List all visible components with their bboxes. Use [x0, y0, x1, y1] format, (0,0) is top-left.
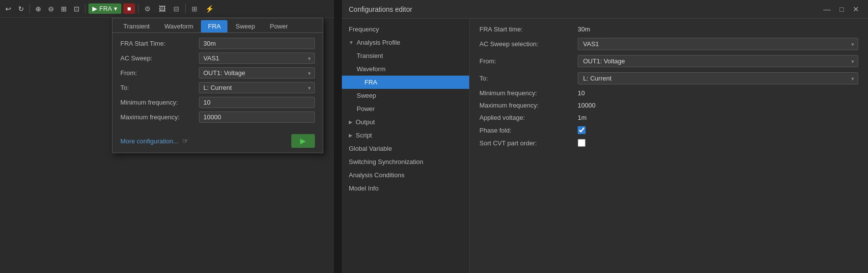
cfg-ac-sweep-label: AC Sweep selection:: [479, 40, 578, 48]
image-button[interactable]: 🖼: [156, 3, 168, 14]
from-select[interactable]: OUT1: Voltage: [199, 67, 315, 79]
tree-item-transient[interactable]: Transient: [342, 49, 469, 62]
collapse-arrow-icon: ▼: [349, 40, 354, 45]
stop-button[interactable]: ■: [123, 3, 135, 14]
tree-item-power[interactable]: Power: [342, 102, 469, 115]
config-body: Frequency ▼ Analysis Profile Transient W…: [342, 19, 868, 273]
tree-item-sweep[interactable]: Sweep: [342, 89, 469, 102]
fra-tree-label: FRA: [364, 79, 377, 86]
config-titlebar: Configurations editor — □ ✕: [342, 0, 868, 19]
run-button[interactable]: ▶: [291, 134, 315, 148]
tab-power[interactable]: Power: [263, 20, 295, 32]
tab-row: Transient Waveform FRA Sweep Power: [112, 18, 323, 33]
tree-item-analysis-profile[interactable]: ▼ Analysis Profile: [342, 36, 469, 49]
waveform-label: Waveform: [357, 65, 386, 73]
separator-3: [138, 4, 139, 14]
undo-button[interactable]: ↩: [3, 3, 14, 14]
config-title: Configurations editor: [349, 5, 412, 13]
analysis-profile-label: Analysis Profile: [357, 39, 400, 46]
fra-start-time-label: FRA Start Time:: [120, 40, 199, 47]
cfg-ac-sweep-select[interactable]: VAS1: [578, 38, 858, 50]
fra-label: FRA: [99, 5, 112, 12]
cfg-max-freq-row: Maximum frequency: 10000: [479, 102, 858, 109]
tree-item-fra[interactable]: FRA: [342, 76, 469, 89]
dropdown-bottom-row: More configuration... ☞ ▶: [112, 131, 323, 153]
to-select[interactable]: L: Current: [199, 82, 315, 93]
minimize-button[interactable]: —: [821, 5, 833, 14]
phase-fold-checkbox[interactable]: [578, 126, 586, 134]
tree-item-script[interactable]: ▶ Script: [342, 129, 469, 142]
probe-button[interactable]: ⚡: [202, 3, 217, 14]
max-freq-row: Maximum frequency:: [120, 111, 315, 123]
config-editor-panel: Configurations editor — □ ✕ Frequency ▼ …: [342, 0, 868, 273]
close-button[interactable]: ✕: [851, 5, 861, 14]
min-freq-input[interactable]: [199, 97, 315, 108]
cfg-to-row: To: L: Current: [479, 72, 858, 84]
output-arrow-icon: ▶: [349, 119, 353, 125]
cfg-fra-start-time-value: 30m: [578, 26, 858, 33]
sort-cvt-checkbox[interactable]: [578, 139, 586, 147]
output-label: Output: [356, 118, 375, 126]
window-controls: — □ ✕: [821, 5, 861, 14]
zoom-out-button[interactable]: ⊖: [46, 3, 56, 14]
cfg-from-select[interactable]: OUT1: Voltage: [578, 55, 858, 67]
ac-sweep-select[interactable]: VAS1: [199, 53, 315, 64]
cfg-ac-sweep-select-wrapper: VAS1: [578, 38, 858, 50]
cfg-min-freq-row: Minimum frequency: 10: [479, 89, 858, 97]
more-configuration-link[interactable]: More configuration... ☞: [120, 137, 189, 145]
table-button[interactable]: ⊞: [189, 3, 200, 14]
tree-item-waveform[interactable]: Waveform: [342, 62, 469, 76]
cfg-sort-cvt-row: Sort CVT part order:: [479, 139, 858, 147]
cfg-fra-start-time-label: FRA Start time:: [479, 26, 578, 33]
cfg-phase-fold-row: Phase fold:: [479, 126, 858, 134]
transient-label: Transient: [357, 52, 383, 59]
zoom-in-button[interactable]: ⊕: [33, 3, 44, 14]
script-label: Script: [356, 132, 372, 139]
panel-spacer: [334, 0, 338, 273]
tab-waveform[interactable]: Waveform: [158, 20, 200, 32]
mark-button[interactable]: ⊞: [58, 3, 69, 14]
maximize-button[interactable]: □: [838, 5, 846, 14]
cfg-max-freq-label: Maximum frequency:: [479, 102, 578, 109]
layout-button[interactable]: ⊟: [170, 3, 182, 14]
ac-sweep-label: AC Sweep:: [120, 55, 199, 62]
tree-item-analysis-conditions[interactable]: Analysis Conditions: [342, 168, 469, 182]
sweep-label: Sweep: [357, 92, 376, 99]
left-panel: ↩ ↻ ⊕ ⊖ ⊞ ⊡ ▶ FRA ▾ ■ ⚙ 🖼 ⊟ ⊞ ⚡ Transien…: [0, 0, 334, 273]
min-freq-label: Minimum frequency:: [120, 99, 199, 106]
tab-transient[interactable]: Transient: [116, 20, 157, 32]
cfg-fra-start-time-row: FRA Start time: 30m: [479, 26, 858, 33]
cfg-min-freq-value: 10: [578, 89, 858, 97]
from-select-wrapper: OUT1: Voltage: [199, 67, 315, 79]
tree-item-switching-sync[interactable]: Switching Synchronization: [342, 155, 469, 168]
power-label: Power: [357, 105, 375, 112]
from-label: From:: [120, 69, 199, 77]
cfg-to-select[interactable]: L: Current: [578, 72, 858, 84]
redo-button[interactable]: ↻: [16, 3, 27, 14]
cfg-applied-voltage-label: Applied voltage:: [479, 114, 578, 121]
gear-button[interactable]: ⚙: [141, 3, 154, 14]
fra-run-button[interactable]: ▶ FRA ▾: [88, 3, 121, 14]
fra-start-time-input[interactable]: [199, 38, 315, 49]
cfg-phase-fold-label: Phase fold:: [479, 127, 578, 134]
cfg-max-freq-value: 10000: [578, 102, 858, 109]
model-info-label: Model Info: [349, 185, 379, 192]
cfg-applied-voltage-row: Applied voltage: 1m: [479, 114, 858, 121]
script-arrow-icon: ▶: [349, 133, 353, 138]
cursor-icon: ☞: [182, 137, 189, 145]
tab-sweep[interactable]: Sweep: [228, 20, 262, 32]
dropdown-arrow-icon: ▾: [114, 5, 117, 12]
tree-item-output[interactable]: ▶ Output: [342, 115, 469, 129]
tree-item-frequency[interactable]: Frequency: [342, 23, 469, 36]
tree-item-model-info[interactable]: Model Info: [342, 182, 469, 195]
tree-item-global-variable[interactable]: Global Variable: [342, 142, 469, 155]
tab-fra[interactable]: FRA: [201, 20, 227, 32]
analysis-conditions-label: Analysis Conditions: [349, 171, 404, 179]
max-freq-input[interactable]: [199, 111, 315, 123]
fra-form: FRA Start Time: AC Sweep: VAS1 From: OUT…: [112, 33, 323, 131]
ac-sweep-row: AC Sweep: VAS1: [120, 53, 315, 64]
ac-sweep-select-wrapper: VAS1: [199, 53, 315, 64]
cfg-applied-voltage-value: 1m: [578, 114, 858, 121]
fit-button[interactable]: ⊡: [71, 3, 82, 14]
separator-2: [85, 4, 85, 14]
